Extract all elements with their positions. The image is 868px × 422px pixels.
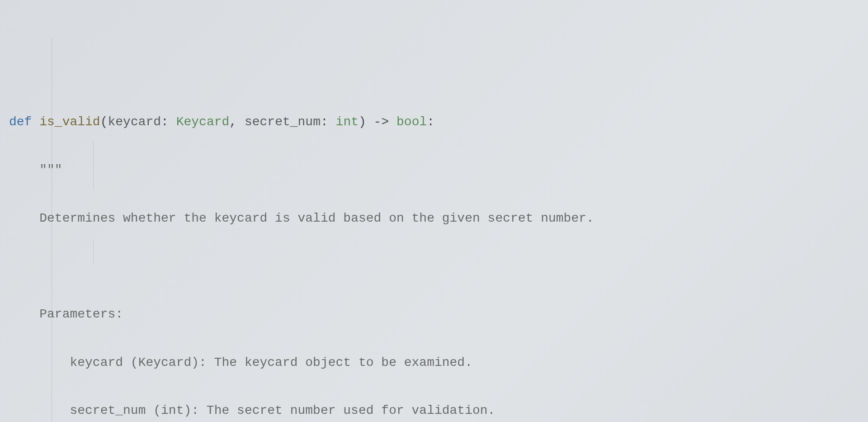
function-name: is_valid bbox=[39, 115, 100, 129]
docstring-quote: """ bbox=[39, 163, 62, 177]
return-type: bool bbox=[396, 115, 427, 129]
indent-guide bbox=[93, 140, 94, 190]
docstring-text: secret_num (int): The secret number used… bbox=[70, 403, 495, 417]
paren: ) bbox=[359, 115, 366, 129]
indent-guide bbox=[93, 240, 94, 265]
comma: , bbox=[229, 115, 245, 129]
code-line[interactable]: keycard (Keycard): The keycard object to… bbox=[9, 351, 859, 375]
type: int bbox=[336, 115, 359, 129]
code-line[interactable]: Parameters: bbox=[9, 302, 859, 326]
code-editor[interactable]: def is_valid(keycard: Keycard, secret_nu… bbox=[9, 14, 859, 422]
code-line[interactable] bbox=[9, 254, 859, 278]
indent bbox=[9, 356, 70, 370]
indent-guide bbox=[52, 38, 52, 422]
code-line[interactable]: secret_num (int): The secret number used… bbox=[9, 398, 859, 422]
paren: ( bbox=[100, 115, 108, 129]
indent bbox=[9, 211, 39, 225]
indent bbox=[9, 163, 39, 177]
keyword-def: def bbox=[9, 115, 32, 129]
indent bbox=[9, 259, 39, 273]
indent bbox=[9, 307, 39, 321]
indent bbox=[9, 403, 70, 417]
code-line[interactable]: def is_valid(keycard: Keycard, secret_nu… bbox=[9, 110, 859, 134]
colon: : bbox=[321, 115, 336, 129]
colon: : bbox=[161, 115, 176, 129]
colon: : bbox=[427, 115, 434, 129]
code-line[interactable]: Determines whether the keycard is valid … bbox=[9, 206, 859, 230]
arrow: -> bbox=[366, 115, 396, 129]
param: secret_num bbox=[245, 115, 321, 129]
type: Keycard bbox=[176, 115, 230, 129]
code-line[interactable]: """ bbox=[9, 158, 859, 182]
param: keycard bbox=[108, 115, 161, 129]
docstring-text: Determines whether the keycard is valid … bbox=[39, 211, 594, 225]
docstring-text: keycard (Keycard): The keycard object to… bbox=[70, 356, 472, 370]
